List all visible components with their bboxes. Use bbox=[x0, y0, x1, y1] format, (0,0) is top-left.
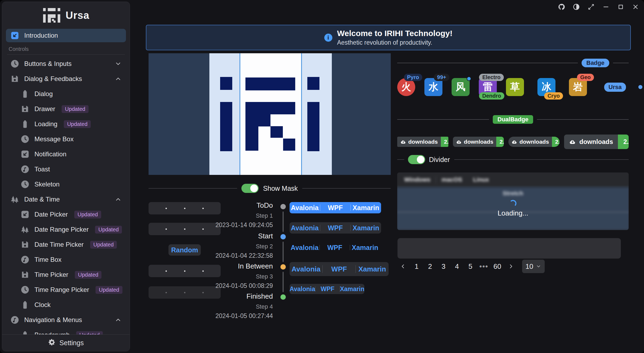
button-wpf[interactable]: WPF bbox=[320, 204, 351, 212]
button-avalonia[interactable]: Avalonia bbox=[290, 265, 322, 273]
sidebar-item-label: Time Picker bbox=[34, 271, 68, 278]
sidebar-item-clock[interactable]: Clock bbox=[6, 297, 126, 312]
sidebar-item-time-picker[interactable]: Time PickerUpdated bbox=[6, 267, 126, 282]
button-avalonia[interactable]: Avalonia bbox=[290, 204, 320, 212]
sidebar-item-drawer[interactable]: DrawerUpdated bbox=[6, 101, 126, 117]
dual-badge-downloads: downloads2.4k bbox=[453, 137, 504, 147]
sidebar-item-breadcrumb[interactable]: BreadcrumbUpdated bbox=[6, 327, 126, 334]
pagination-page-60[interactable]: 60 bbox=[491, 260, 503, 273]
sidebar-item-date-range-picker[interactable]: Date Range PickerUpdated bbox=[6, 222, 126, 237]
divider-toggle[interactable] bbox=[408, 155, 425, 164]
pagination-next-button[interactable] bbox=[505, 260, 517, 273]
chevron-down-icon bbox=[536, 264, 541, 269]
cloud-download-icon bbox=[456, 139, 462, 145]
sidebar-item-time-box[interactable]: Time Box bbox=[6, 252, 126, 267]
close-icon[interactable] bbox=[632, 3, 639, 10]
pagination-page-3[interactable]: 3 bbox=[438, 260, 449, 273]
sidebar-item-label: Time Range Picker bbox=[34, 286, 89, 294]
button-avalonia[interactable]: Avalonia bbox=[290, 285, 315, 293]
logo-glyph-step bbox=[245, 114, 270, 126]
button-wpf[interactable]: WPF bbox=[323, 265, 356, 273]
pagination-page-size-select[interactable]: 10 bbox=[522, 260, 545, 273]
sidebar-item-dialog[interactable]: Dialog bbox=[6, 86, 126, 101]
sidebar-item-loading[interactable]: LoadingUpdated bbox=[6, 117, 126, 132]
sidebar-item-toast[interactable]: Toast bbox=[6, 162, 126, 177]
sidebar-item-date-time-picker[interactable]: Date Time PickerUpdated bbox=[6, 237, 126, 252]
step-title: In Between bbox=[208, 262, 273, 270]
maximize-icon[interactable] bbox=[617, 3, 624, 10]
random-button[interactable]: Random bbox=[168, 244, 201, 256]
sidebar-item-label: Date & Time bbox=[24, 196, 60, 203]
time-box-placeholder-dot bbox=[166, 228, 167, 230]
show-mask-label: Show Mask bbox=[263, 185, 298, 192]
sidebar-item-label: Time Box bbox=[34, 256, 61, 263]
updated-badge: Updated bbox=[75, 271, 102, 279]
settings-button[interactable]: Settings bbox=[2, 334, 130, 351]
sidebar-item-skeleton[interactable]: Skeleton bbox=[6, 177, 126, 192]
chevron-up-icon bbox=[115, 75, 122, 82]
gear-icon bbox=[48, 338, 56, 348]
badge-section-divider: Badge bbox=[397, 59, 629, 67]
button-wpf[interactable]: WPF bbox=[320, 224, 351, 232]
sidebar-item-label: Loading bbox=[34, 120, 57, 128]
time-box-placeholder-dot bbox=[184, 292, 185, 293]
button-xamarin[interactable]: Xamarin bbox=[351, 224, 381, 232]
sidebar-item-label: Dialog & Feedbacks bbox=[24, 75, 82, 83]
fullscreen-icon[interactable] bbox=[587, 3, 595, 10]
logo-glyph-top-block bbox=[245, 102, 295, 114]
pagination-page-1[interactable]: 1 bbox=[411, 260, 423, 273]
tab-linux[interactable]: Linux bbox=[468, 172, 495, 187]
pagination-page-4[interactable]: 4 bbox=[451, 260, 463, 273]
divider-toggle-label: Divider bbox=[429, 156, 450, 164]
arrow-square-blue-icon bbox=[10, 31, 19, 40]
minimize-icon[interactable] bbox=[602, 3, 610, 10]
logo-center-top-bar bbox=[245, 77, 295, 90]
badge-dot-indicator bbox=[467, 76, 471, 81]
step-2: Start Step 2 2024-01-04 22:32:58 bbox=[208, 232, 273, 259]
tab-macos[interactable]: macOS bbox=[436, 172, 468, 187]
sidebar-item-buttons-inputs[interactable]: Buttons & Inputs bbox=[6, 56, 126, 71]
loading-spinner-icon bbox=[509, 200, 516, 207]
clock-icon bbox=[20, 285, 30, 294]
logo-separator-line-2 bbox=[301, 53, 302, 175]
sidebar-item-message-box[interactable]: Message Box bbox=[6, 132, 126, 147]
empty-text-input[interactable] bbox=[397, 238, 621, 259]
arrow-square-icon bbox=[20, 150, 30, 159]
button-xamarin[interactable]: Xamarin bbox=[356, 265, 389, 273]
dualbadge-row: downloads2.4kdownloads2.4kdownloads2.4kd… bbox=[397, 134, 629, 150]
show-mask-toggle[interactable] bbox=[241, 184, 259, 193]
step-3: In Between Step 3 2024-01-05 00:08:29 bbox=[208, 262, 273, 290]
sidebar-item-introduction[interactable]: Introduction bbox=[6, 29, 126, 42]
time-box-placeholder-dot bbox=[166, 208, 167, 209]
step-1: ToDo Step 1 2023-01-14 09:24:05 bbox=[208, 201, 273, 229]
button-avalonia[interactable]: Avalonia bbox=[290, 244, 319, 252]
updated-badge: Updated bbox=[90, 241, 117, 249]
button-xamarin[interactable]: Xamarin bbox=[340, 285, 364, 293]
button-wpf[interactable]: WPF bbox=[320, 244, 350, 252]
github-icon[interactable] bbox=[558, 3, 565, 10]
button-xamarin[interactable]: Xamarin bbox=[350, 244, 380, 252]
sidebar-item-date-picker[interactable]: Date PickerUpdated bbox=[6, 207, 126, 222]
sidebar-item-dialog-feedbacks[interactable]: Dialog & Feedbacks bbox=[6, 71, 126, 86]
time-box-placeholder-dot bbox=[184, 270, 185, 272]
dual-badge-value: 2.4k bbox=[552, 137, 559, 147]
button-wpf[interactable]: WPF bbox=[315, 285, 340, 293]
trees-icon bbox=[20, 225, 30, 234]
sidebar-item-date-time[interactable]: Date & Time bbox=[6, 192, 126, 207]
theme-contrast-icon[interactable] bbox=[573, 3, 580, 10]
clock-icon bbox=[20, 180, 30, 189]
time-box-placeholder-dot bbox=[202, 208, 204, 209]
button-xamarin[interactable]: Xamarin bbox=[351, 204, 381, 212]
tab-windows[interactable]: Windows bbox=[399, 172, 436, 187]
logo-left-i-bar bbox=[220, 102, 232, 151]
button-avalonia[interactable]: Avalonia bbox=[290, 224, 320, 232]
sidebar-item-notification[interactable]: Notification bbox=[6, 147, 126, 162]
loading-overlay: Loading... bbox=[397, 187, 629, 230]
sidebar-item-navigation-menus[interactable]: Navigation & Menus bbox=[6, 312, 126, 327]
badge-avatar-6: 冰Cryo bbox=[537, 78, 555, 96]
pagination-page-5[interactable]: 5 bbox=[464, 260, 476, 273]
pagination-page-2[interactable]: 2 bbox=[424, 260, 436, 273]
sidebar-item-label: Navigation & Menus bbox=[24, 316, 82, 324]
sidebar-item-time-range-picker[interactable]: Time Range PickerUpdated bbox=[6, 282, 126, 297]
pagination-prev-button[interactable] bbox=[397, 260, 409, 273]
